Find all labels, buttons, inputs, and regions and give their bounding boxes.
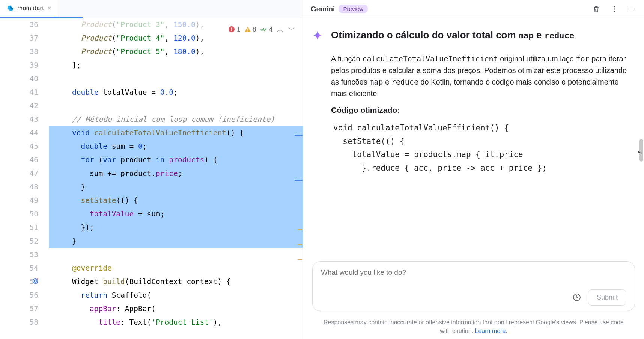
learn-more-link[interactable]: Learn more. bbox=[475, 328, 507, 334]
next-problem-icon[interactable]: ﹀ bbox=[288, 23, 295, 36]
svg-point-2 bbox=[35, 281, 36, 281]
chat-input[interactable] bbox=[321, 268, 626, 288]
svg-rect-5 bbox=[231, 30, 232, 31]
close-icon[interactable]: × bbox=[48, 5, 51, 12]
dart-file-icon bbox=[7, 5, 14, 12]
gemini-actions bbox=[592, 5, 636, 13]
svg-point-8 bbox=[614, 6, 615, 7]
code-line[interactable]: }); bbox=[49, 221, 303, 235]
code-line[interactable]: Widget build(BuildContext context) { bbox=[49, 275, 303, 289]
code-line[interactable]: return Scaffold( bbox=[49, 289, 303, 302]
editor-panel: main.dart × 3637383940414243444546474849… bbox=[0, 0, 303, 339]
code-line[interactable]: // Método inicial com loop comum (inefic… bbox=[49, 113, 303, 126]
code-area[interactable]: 1 8 4 ︿ ﹀ Product("Pr bbox=[49, 18, 303, 339]
preview-badge: Preview bbox=[339, 5, 367, 13]
check-icon bbox=[260, 26, 268, 32]
response-heading: Otimizando o cálculo do valor total com … bbox=[331, 29, 627, 42]
error-count[interactable]: 1 bbox=[228, 23, 240, 36]
gemini-title: Gemini bbox=[311, 5, 335, 13]
code-line[interactable]: appBar: AppBar( bbox=[49, 302, 303, 316]
gemini-response: Otimizando o cálculo do valor total com … bbox=[331, 29, 627, 254]
code-line[interactable]: ]; bbox=[49, 59, 303, 72]
gemini-panel: Gemini Preview Otimizando o cálculo do v… bbox=[303, 0, 644, 339]
chat-input-area: Submit bbox=[312, 261, 635, 311]
chat-body: Otimizando o cálculo do valor total com … bbox=[303, 18, 644, 257]
code-line[interactable]: double sum = 0; bbox=[49, 140, 303, 153]
gemini-spark-icon bbox=[312, 30, 323, 41]
code-line[interactable] bbox=[49, 99, 303, 113]
code-line[interactable]: sum += product.price; bbox=[49, 167, 303, 180]
code-line[interactable] bbox=[49, 248, 303, 262]
code-line[interactable]: for (var product in products) { bbox=[49, 153, 303, 167]
disclaimer-text: Responses may contain inaccurate or offe… bbox=[303, 318, 644, 339]
trash-icon[interactable] bbox=[592, 5, 600, 13]
tab-filename: main.dart bbox=[17, 5, 44, 12]
response-code[interactable]: void calculateTotalValueEfficient() { se… bbox=[331, 121, 627, 175]
svg-rect-6 bbox=[247, 28, 248, 30]
tab-active-indicator bbox=[0, 17, 83, 18]
code-line[interactable]: Product("Product 5", 180.0), bbox=[49, 45, 303, 59]
code-line[interactable]: totalValue = sum; bbox=[49, 207, 303, 221]
code-line[interactable]: setState(() { bbox=[49, 194, 303, 207]
minimize-icon[interactable] bbox=[628, 5, 636, 13]
mouse-cursor: ↖ bbox=[638, 149, 642, 156]
code-line[interactable]: title: Text('Product List'), bbox=[49, 316, 303, 329]
file-tab[interactable]: main.dart × bbox=[0, 0, 58, 18]
history-icon[interactable] bbox=[572, 293, 581, 302]
gemini-header: Gemini Preview bbox=[303, 0, 644, 18]
check-count[interactable]: 4 bbox=[260, 23, 273, 36]
editor-minimap[interactable] bbox=[297, 18, 303, 339]
code-line[interactable]: } bbox=[49, 235, 303, 248]
code-line[interactable] bbox=[49, 72, 303, 86]
line-gutter: 3637383940414243444546474849505152535455… bbox=[0, 18, 49, 339]
svg-point-9 bbox=[614, 8, 615, 9]
svg-rect-7 bbox=[247, 31, 248, 32]
code-editor[interactable]: 3637383940414243444546474849505152535455… bbox=[0, 18, 303, 339]
svg-rect-4 bbox=[231, 28, 232, 30]
response-subheading: Código otimizado: bbox=[331, 106, 627, 115]
code-line[interactable]: @override bbox=[49, 262, 303, 275]
code-line[interactable]: void calculateTotalValueInefficient() { bbox=[49, 126, 303, 140]
tab-bar: main.dart × bbox=[0, 0, 303, 18]
svg-point-10 bbox=[614, 11, 615, 12]
warning-icon bbox=[244, 26, 251, 33]
response-paragraph: A função calculateTotalValueInefficient … bbox=[331, 53, 627, 100]
code-line[interactable]: double totalValue = 0.0; bbox=[49, 86, 303, 99]
problems-indicator[interactable]: 1 8 4 ︿ ﹀ bbox=[228, 23, 295, 36]
submit-button[interactable]: Submit bbox=[588, 289, 626, 306]
error-icon bbox=[228, 26, 235, 33]
warning-count[interactable]: 8 bbox=[244, 23, 256, 36]
prev-problem-icon[interactable]: ︿ bbox=[277, 23, 284, 36]
more-icon[interactable] bbox=[610, 5, 618, 13]
code-line[interactable]: } bbox=[49, 180, 303, 194]
